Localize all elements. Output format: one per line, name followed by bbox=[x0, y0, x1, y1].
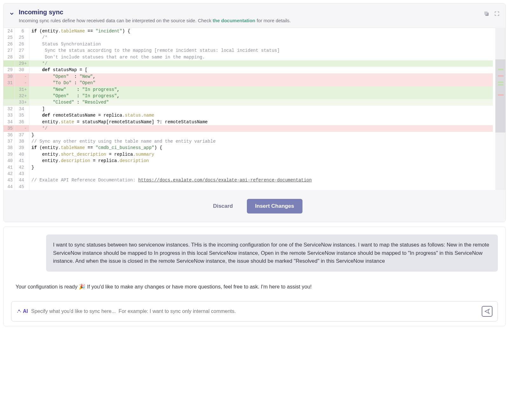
gutter-old-lineno: 43 bbox=[3, 177, 15, 183]
gutter-old-lineno bbox=[3, 60, 15, 67]
gutter-new-lineno: 40 bbox=[15, 151, 30, 158]
gutter-new-lineno: 31+ bbox=[15, 86, 30, 93]
code-content: Status Synchronization bbox=[30, 41, 493, 47]
prompt-input[interactable] bbox=[31, 308, 478, 314]
code-content: "Open" : "New", bbox=[30, 73, 493, 80]
gutter-new-lineno: 37 bbox=[15, 132, 30, 138]
code-line: 4142} bbox=[3, 164, 493, 171]
code-content: // Sync any other entity using the table… bbox=[30, 138, 493, 145]
gutter-new-lineno: 32+ bbox=[15, 93, 30, 99]
gutter-new-lineno: 28 bbox=[15, 54, 30, 60]
chevron-down-icon bbox=[9, 11, 15, 17]
minimap-scrollbar[interactable] bbox=[495, 28, 506, 190]
gutter-old-lineno: 36 bbox=[3, 132, 15, 138]
minimap-mark bbox=[498, 94, 504, 96]
code-content: "Closed" : "Resolved" bbox=[30, 99, 493, 105]
code-content: */ bbox=[30, 125, 493, 132]
gutter-new-lineno: - bbox=[15, 80, 30, 86]
gutter-new-lineno: 35 bbox=[15, 112, 30, 119]
code-content: def remoteStatusName = replica.status.na… bbox=[30, 112, 493, 119]
discard-button[interactable]: Discard bbox=[207, 199, 239, 213]
chat-panel: I want to sync statuses between two serv… bbox=[3, 227, 506, 326]
gutter-new-lineno: 26 bbox=[15, 41, 30, 47]
code-line: 3335 def remoteStatusName = replica.stat… bbox=[3, 112, 493, 119]
gutter-new-lineno: 39 bbox=[15, 145, 30, 151]
assistant-message-suffix: If you'd like to make any changes or hav… bbox=[87, 284, 312, 289]
code-line: 32+ "Open" : "In progress", bbox=[3, 93, 493, 99]
gutter-new-lineno: 41 bbox=[15, 158, 30, 164]
user-message: I want to sync statuses between two serv… bbox=[46, 234, 498, 272]
prompt-bar: AI bbox=[11, 301, 498, 322]
gutter-old-lineno: 30 bbox=[3, 73, 15, 80]
gutter-old-lineno: 28 bbox=[3, 54, 15, 60]
code-line: 2828 Don't include statuses that are not… bbox=[3, 54, 493, 60]
code-line: 2525 /* bbox=[3, 34, 493, 41]
code-content bbox=[30, 184, 493, 190]
code-line: 3738// Sync any other entity using the t… bbox=[3, 138, 493, 145]
code-content: "Open" : "In progress", bbox=[30, 93, 493, 99]
send-button[interactable] bbox=[482, 306, 492, 317]
minimap-mark bbox=[498, 82, 504, 83]
code-line: 33+ "Closed" : "Resolved" bbox=[3, 99, 493, 105]
diff-editor[interactable]: 246if (entity.tableName == "incident") {… bbox=[3, 28, 506, 190]
code-content: entity.description = replica.description bbox=[30, 158, 493, 164]
panel-subtitle: Incoming sync rules define how received … bbox=[19, 18, 291, 23]
code-line: 29+ */ bbox=[3, 60, 493, 67]
gutter-old-lineno: 24 bbox=[3, 28, 15, 34]
documentation-link[interactable]: the documentation bbox=[213, 18, 255, 23]
svg-rect-1 bbox=[484, 11, 487, 15]
minimap-viewport[interactable] bbox=[495, 59, 506, 132]
gutter-old-lineno: 39 bbox=[3, 151, 15, 158]
code-line: 3637} bbox=[3, 132, 493, 138]
panel-subtitle-suffix: for more details. bbox=[255, 18, 291, 23]
code-line: 246if (entity.tableName == "incident") { bbox=[3, 28, 493, 34]
code-content: def statusMap = [ bbox=[30, 67, 493, 73]
gutter-old-lineno: 34 bbox=[3, 119, 15, 125]
gutter-old-lineno: 29 bbox=[3, 67, 15, 73]
gutter-new-lineno: 25 bbox=[15, 34, 30, 41]
gutter-new-lineno: 43 bbox=[15, 171, 30, 177]
gutter-new-lineno: 29+ bbox=[15, 60, 30, 67]
gutter-old-lineno: 31 bbox=[3, 80, 15, 86]
gutter-new-lineno: 6 bbox=[15, 28, 30, 34]
gutter-old-lineno: 32 bbox=[3, 106, 15, 112]
gutter-old-lineno: 35 bbox=[3, 125, 15, 132]
gutter-old-lineno bbox=[3, 93, 15, 99]
code-content: } bbox=[30, 164, 493, 171]
send-icon bbox=[484, 308, 490, 314]
code-line: 31- "To Do" : "Open" bbox=[3, 80, 493, 86]
party-popper-icon: 🎉 bbox=[79, 284, 85, 289]
code-line: 3234 ] bbox=[3, 106, 493, 112]
code-line: 3839if (entity.tableName == "cmdb_ci_bus… bbox=[3, 145, 493, 151]
code-content: Sync the status according to the mapping… bbox=[30, 47, 493, 54]
code-content: "To Do" : "Open" bbox=[30, 80, 493, 86]
diff-actions: Discard Insert Changes bbox=[3, 190, 506, 222]
code-content: if (entity.tableName == "incident") { bbox=[30, 28, 493, 34]
gutter-new-lineno: 34 bbox=[15, 106, 30, 112]
collapse-toggle[interactable] bbox=[7, 9, 16, 18]
gutter-old-lineno bbox=[3, 86, 15, 93]
copy-icon[interactable] bbox=[483, 10, 490, 18]
code-line: 2626 Status Synchronization bbox=[3, 41, 493, 47]
code-content: /* bbox=[30, 34, 493, 41]
code-line: 4344// Exalate API Reference Documentati… bbox=[3, 177, 493, 183]
ai-badge: AI bbox=[17, 308, 28, 314]
gutter-new-lineno: 36 bbox=[15, 119, 30, 125]
gutter-old-lineno: 38 bbox=[3, 145, 15, 151]
gutter-old-lineno: 27 bbox=[3, 47, 15, 54]
panel-title: Incoming sync bbox=[19, 9, 291, 16]
gutter-new-lineno: 45 bbox=[15, 184, 30, 190]
incoming-sync-panel: Incoming sync Incoming sync rules define… bbox=[3, 3, 506, 222]
gutter-old-lineno bbox=[3, 99, 15, 105]
panel-header: Incoming sync Incoming sync rules define… bbox=[3, 3, 506, 28]
gutter-new-lineno: 38 bbox=[15, 138, 30, 145]
gutter-old-lineno: 44 bbox=[3, 184, 15, 190]
code-line: 4445 bbox=[3, 184, 493, 190]
gutter-new-lineno: 27 bbox=[15, 47, 30, 54]
code-content: if (entity.tableName == "cmdb_ci_busines… bbox=[30, 145, 493, 151]
gutter-old-lineno: 26 bbox=[3, 41, 15, 47]
minimap-mark bbox=[498, 75, 504, 77]
fullscreen-icon[interactable] bbox=[494, 11, 500, 18]
insert-changes-button[interactable]: Insert Changes bbox=[247, 199, 302, 213]
gutter-old-lineno: 40 bbox=[3, 158, 15, 164]
